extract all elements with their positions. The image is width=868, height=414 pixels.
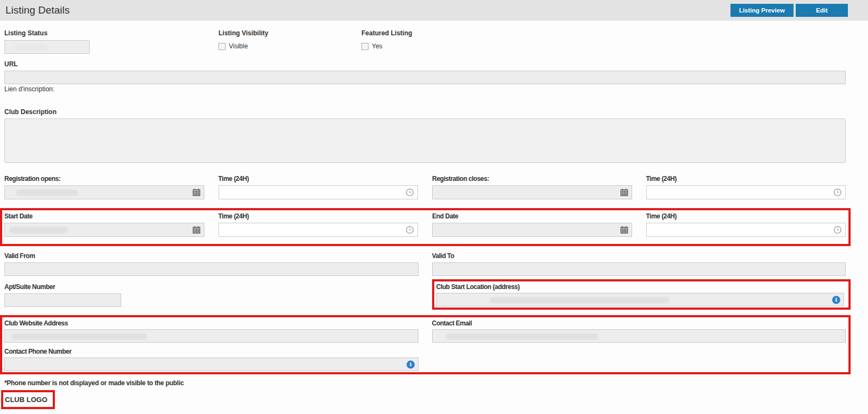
registration-opens-time-input[interactable] bbox=[218, 185, 419, 199]
field-club-website: Club Website Address bbox=[4, 319, 419, 343]
field-registration-closes: Registration closes: bbox=[432, 175, 632, 199]
listing-status-label: Listing Status bbox=[4, 29, 218, 37]
info-icon[interactable]: i bbox=[407, 360, 415, 368]
highlight-box-start-end-dates: Start Date Time (24H) End Date bbox=[0, 208, 851, 246]
field-registration-opens: Registration opens: bbox=[4, 175, 204, 199]
highlight-box-club-start-location: Club Start Location (address) i bbox=[432, 279, 851, 310]
field-registration-closes-time: Time (24H) bbox=[646, 175, 846, 199]
contact-email-label: Contact Email bbox=[432, 319, 846, 327]
url-label: URL bbox=[4, 60, 846, 68]
start-time-input[interactable] bbox=[218, 223, 419, 237]
contact-phone-label: Contact Phone Number bbox=[4, 348, 846, 355]
phone-visibility-note: *Phone number is not displayed or made v… bbox=[4, 379, 846, 387]
start-date-input[interactable] bbox=[4, 223, 204, 237]
clock-icon[interactable] bbox=[833, 188, 842, 197]
registration-opens-input[interactable] bbox=[4, 185, 204, 199]
valid-to-input[interactable] bbox=[432, 262, 846, 276]
row-valid: Valid From Valid To bbox=[4, 252, 846, 276]
redacted-value bbox=[490, 297, 669, 303]
field-listing-status: Listing Status bbox=[4, 29, 218, 54]
contact-phone-input[interactable]: i bbox=[4, 357, 419, 371]
registration-opens-label: Registration opens: bbox=[4, 175, 204, 183]
time-label: Time (24H) bbox=[646, 175, 846, 183]
field-valid-to: Valid To bbox=[432, 252, 846, 276]
calendar-icon[interactable] bbox=[192, 226, 201, 234]
time-label: Time (24H) bbox=[218, 212, 419, 220]
valid-from-input[interactable] bbox=[4, 262, 419, 276]
field-end-date: End Date bbox=[432, 212, 632, 237]
url-hint: Lien d'inscription: bbox=[4, 86, 846, 92]
contact-email-input[interactable] bbox=[432, 329, 846, 343]
time-label: Time (24H) bbox=[646, 212, 846, 220]
featured-checkbox-label: Yes bbox=[372, 42, 383, 50]
page-title: Listing Details bbox=[5, 4, 728, 16]
row-status-visibility: Listing Status Listing Visibility Visibl… bbox=[4, 29, 846, 54]
redacted-value bbox=[11, 334, 147, 340]
field-apt-suite: Apt/Suite Number bbox=[4, 279, 419, 310]
redacted-value bbox=[9, 227, 68, 233]
edit-button[interactable]: Edit bbox=[796, 4, 848, 17]
row-website-email: Club Website Address Contact Email bbox=[4, 319, 846, 343]
row-start-end: Start Date Time (24H) End Date bbox=[4, 212, 846, 237]
start-date-label: Start Date bbox=[4, 212, 204, 220]
field-start-date: Start Date bbox=[4, 212, 204, 237]
field-url: URL Lien d'inscription: bbox=[4, 60, 846, 92]
field-listing-visibility: Listing Visibility Visible bbox=[218, 29, 361, 54]
registration-closes-input[interactable] bbox=[432, 185, 632, 199]
highlight-box-club-logo: CLUB LOGO bbox=[1, 390, 55, 409]
listing-preview-button[interactable]: Listing Preview bbox=[730, 4, 794, 17]
clock-icon[interactable] bbox=[405, 225, 414, 234]
registration-closes-time-input[interactable] bbox=[646, 185, 846, 199]
apt-suite-input[interactable] bbox=[4, 293, 121, 307]
featured-listing-label: Featured Listing bbox=[361, 29, 412, 37]
calendar-icon[interactable] bbox=[620, 189, 628, 197]
club-website-label: Club Website Address bbox=[4, 319, 419, 327]
field-valid-from: Valid From bbox=[4, 252, 419, 276]
listing-visibility-label: Listing Visibility bbox=[218, 29, 361, 37]
field-featured-listing: Featured Listing Yes bbox=[361, 29, 412, 54]
club-website-input[interactable] bbox=[4, 329, 419, 343]
club-description-label: Club Description bbox=[4, 108, 846, 116]
club-logo-label: CLUB LOGO bbox=[5, 396, 47, 404]
calendar-icon[interactable] bbox=[192, 189, 201, 197]
calendar-icon[interactable] bbox=[620, 226, 628, 234]
listing-details-page: { "header": { "title": "Listing Details"… bbox=[0, 0, 868, 414]
field-contact-email: Contact Email bbox=[432, 319, 846, 343]
visible-checkbox[interactable] bbox=[218, 43, 226, 50]
redacted-value bbox=[446, 334, 598, 340]
page-header: Listing Details Listing Preview Edit bbox=[0, 0, 868, 21]
end-date-input[interactable] bbox=[432, 223, 632, 237]
clock-icon[interactable] bbox=[405, 188, 414, 197]
featured-checkbox[interactable] bbox=[361, 43, 369, 50]
redacted-value bbox=[16, 190, 78, 196]
listing-status-input[interactable] bbox=[4, 40, 90, 54]
valid-from-label: Valid From bbox=[4, 252, 419, 260]
row-registration: Registration opens: Time (24H) Registrat… bbox=[4, 175, 846, 199]
valid-to-label: Valid To bbox=[432, 252, 846, 260]
time-label: Time (24H) bbox=[218, 175, 419, 183]
row-apt-location: Apt/Suite Number Club Start Location (ad… bbox=[4, 279, 846, 310]
highlight-box-contact-info: Club Website Address Contact Email Conta… bbox=[0, 315, 851, 374]
visible-checkbox-label: Visible bbox=[229, 42, 248, 50]
club-start-location-label: Club Start Location (address) bbox=[436, 283, 845, 291]
info-icon[interactable]: i bbox=[832, 296, 840, 304]
registration-closes-label: Registration closes: bbox=[432, 175, 632, 183]
field-contact-phone: Contact Phone Number i bbox=[4, 348, 846, 371]
form-content: Listing Status Listing Visibility Visibl… bbox=[0, 29, 868, 409]
redacted-value bbox=[15, 45, 47, 51]
apt-suite-label: Apt/Suite Number bbox=[4, 283, 419, 291]
field-start-time: Time (24H) bbox=[218, 212, 419, 237]
field-registration-opens-time: Time (24H) bbox=[218, 175, 419, 199]
club-start-location-input[interactable]: i bbox=[436, 293, 845, 306]
club-description-textarea[interactable] bbox=[4, 118, 846, 163]
field-club-description: Club Description bbox=[4, 108, 846, 163]
clock-icon[interactable] bbox=[833, 225, 842, 234]
field-club-start-location: Club Start Location (address) i bbox=[432, 279, 846, 310]
field-end-time: Time (24H) bbox=[646, 212, 846, 237]
end-date-label: End Date bbox=[432, 212, 632, 220]
end-time-input[interactable] bbox=[646, 223, 846, 237]
url-input[interactable] bbox=[4, 71, 846, 84]
